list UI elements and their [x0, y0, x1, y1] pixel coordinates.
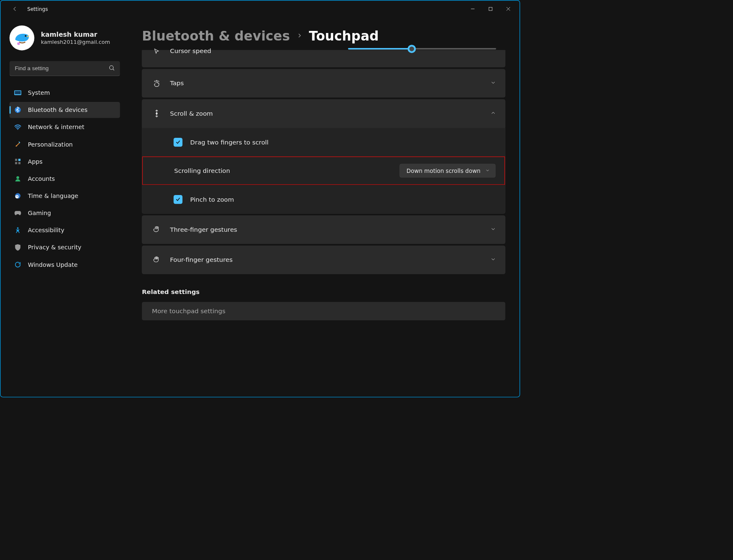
avatar	[10, 25, 35, 51]
svg-rect-1	[489, 7, 492, 10]
chevron-down-icon	[490, 226, 496, 233]
bluetooth-icon	[14, 106, 21, 114]
nav-item-system[interactable]: System	[10, 85, 120, 101]
card-label: Scroll & zoom	[170, 110, 481, 117]
nav-label: System	[28, 89, 50, 96]
card-cursor-speed: Cursor speed	[142, 50, 506, 67]
profile-email: kamlesh2011@gmail.com	[41, 39, 110, 45]
nav-label: Bluetooth & devices	[28, 106, 88, 114]
chevron-down-icon	[490, 80, 496, 87]
breadcrumb-parent[interactable]: Bluetooth & devices	[142, 28, 290, 43]
nav-label: Gaming	[28, 210, 51, 217]
card-scroll-zoom[interactable]: Scroll & zoom	[142, 99, 506, 128]
related-heading: Related settings	[142, 288, 506, 295]
titlebar: Settings	[0, 0, 519, 17]
card-label: Three-finger gestures	[170, 226, 481, 233]
scrolling-direction-dropdown[interactable]: Down motion scrolls down	[400, 164, 496, 177]
wifi-icon	[14, 124, 21, 131]
row-pinch-to-zoom[interactable]: Pinch to zoom	[142, 185, 505, 213]
svg-point-6	[17, 42, 20, 45]
clock-globe-icon	[14, 193, 21, 200]
app-title: Settings	[27, 6, 48, 12]
accessibility-icon	[14, 227, 21, 234]
card-label: Taps	[170, 80, 481, 87]
chevron-right-icon	[296, 33, 302, 40]
profile[interactable]: kamlesh kumar kamlesh2011@gmail.com	[10, 25, 120, 51]
nav-item-windows-update[interactable]: Windows Update	[10, 257, 120, 273]
svg-rect-16	[15, 162, 17, 164]
nav-label: Apps	[28, 158, 43, 165]
tap-icon	[152, 79, 161, 87]
svg-point-18	[16, 176, 19, 179]
minimize-button[interactable]	[464, 2, 482, 16]
breadcrumb-current: Touchpad	[309, 28, 379, 43]
dropdown-value: Down motion scrolls down	[407, 167, 480, 174]
shield-icon	[14, 244, 21, 251]
svg-point-5	[25, 35, 26, 37]
sub-label: Pinch to zoom	[190, 196, 234, 203]
system-icon	[14, 89, 21, 96]
card-taps[interactable]: Taps	[142, 69, 506, 97]
svg-rect-15	[18, 159, 20, 161]
breadcrumb: Bluetooth & devices Touchpad	[142, 28, 506, 43]
svg-rect-10	[15, 91, 20, 94]
checkbox-checked[interactable]	[174, 138, 182, 147]
card-label: Cursor speed	[170, 48, 329, 55]
cursor-icon	[152, 48, 161, 55]
nav-item-bluetooth-devices[interactable]: Bluetooth & devices	[10, 102, 120, 118]
apps-icon	[14, 158, 21, 165]
sub-label: Scrolling direction	[174, 167, 230, 174]
chevron-down-icon	[485, 167, 490, 174]
close-button[interactable]	[499, 2, 517, 16]
nav: System Bluetooth & devices Network & int…	[10, 85, 120, 273]
card-label: Four-finger gestures	[170, 256, 481, 264]
svg-point-7	[109, 66, 113, 69]
gamepad-icon	[14, 210, 21, 217]
chevron-up-icon	[490, 110, 496, 117]
nav-label: Windows Update	[28, 261, 78, 268]
nav-item-personalization[interactable]: Personalization	[10, 136, 120, 152]
nav-label: Network & internet	[28, 124, 84, 131]
nav-item-gaming[interactable]: Gaming	[10, 205, 120, 221]
update-icon	[14, 261, 21, 268]
nav-label: Accounts	[28, 175, 55, 182]
scroll-icon	[152, 109, 161, 118]
scroll-zoom-subgroup: Drag two fingers to scroll Scrolling dir…	[142, 128, 506, 214]
svg-point-21	[17, 227, 19, 229]
nav-label: Accessibility	[28, 227, 64, 234]
nav-item-network[interactable]: Network & internet	[10, 119, 120, 135]
content: Bluetooth & devices Touchpad Cursor spee…	[126, 17, 520, 397]
card-three-finger[interactable]: Three-finger gestures	[142, 215, 506, 244]
maximize-button[interactable]	[482, 2, 500, 16]
sub-label: Drag two fingers to scroll	[190, 139, 269, 146]
paintbrush-icon	[14, 141, 21, 148]
nav-item-apps[interactable]: Apps	[10, 154, 120, 170]
nav-item-time-language[interactable]: Time & language	[10, 188, 120, 204]
card-label: More touchpad settings	[152, 308, 225, 315]
checkbox-checked[interactable]	[174, 195, 182, 204]
nav-label: Personalization	[28, 141, 73, 148]
nav-item-accounts[interactable]: Accounts	[10, 171, 120, 187]
row-scrolling-direction: Scrolling direction Down motion scrolls …	[142, 157, 505, 185]
svg-rect-17	[18, 162, 20, 164]
search-input[interactable]	[10, 61, 120, 76]
nav-label: Time & language	[28, 193, 78, 200]
nav-item-accessibility[interactable]: Accessibility	[10, 222, 120, 238]
svg-line-8	[113, 69, 114, 70]
profile-name: kamlesh kumar	[41, 31, 110, 38]
person-icon	[14, 175, 21, 182]
back-button[interactable]	[11, 5, 19, 13]
row-drag-two-fingers[interactable]: Drag two fingers to scroll	[142, 128, 505, 157]
card-more-touchpad[interactable]: More touchpad settings	[142, 302, 506, 320]
search-icon	[109, 65, 115, 72]
cursor-speed-slider[interactable]	[348, 48, 496, 50]
chevron-down-icon	[490, 256, 496, 264]
nav-label: Privacy & security	[28, 244, 81, 251]
svg-point-12	[17, 129, 18, 130]
nav-item-privacy[interactable]: Privacy & security	[10, 239, 120, 255]
svg-rect-14	[15, 159, 17, 161]
three-finger-icon	[152, 226, 161, 234]
card-four-finger[interactable]: Four-finger gestures	[142, 246, 506, 274]
svg-point-22	[156, 113, 158, 114]
four-finger-icon	[152, 256, 161, 264]
